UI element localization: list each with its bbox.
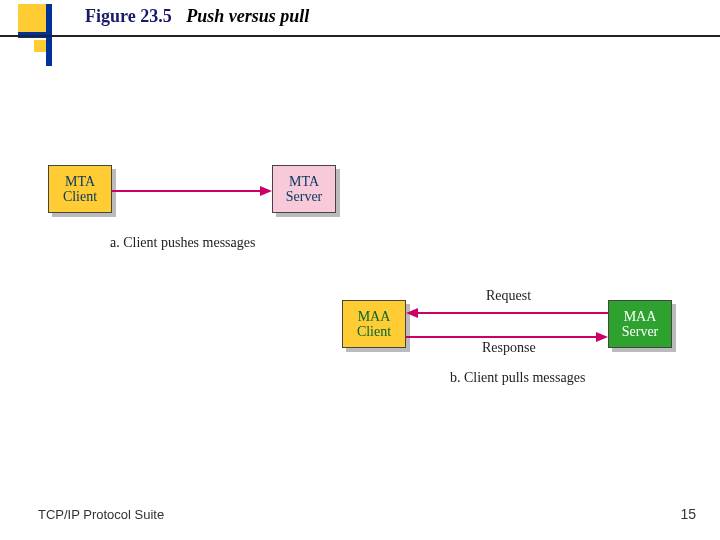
response-label: Response bbox=[482, 340, 536, 356]
svg-marker-3 bbox=[406, 308, 418, 318]
diagram-a-caption: a. Client pushes messages bbox=[110, 235, 255, 251]
mta-client-line2: Client bbox=[63, 189, 97, 204]
page-title: Figure 23.5 Push versus pull bbox=[85, 6, 309, 27]
title-underline bbox=[0, 35, 720, 37]
diagram-b-caption: b. Client pulls messages bbox=[450, 370, 585, 386]
maa-server-line2: Server bbox=[622, 324, 659, 339]
maa-client-line1: MAA bbox=[358, 309, 391, 324]
request-label: Request bbox=[486, 288, 531, 304]
footer-text: TCP/IP Protocol Suite bbox=[38, 507, 164, 522]
mta-server-box: MTA Server bbox=[272, 165, 336, 213]
maa-client-box: MAA Client bbox=[342, 300, 406, 348]
push-arrow-icon bbox=[112, 183, 272, 199]
mta-client-line1: MTA bbox=[65, 174, 95, 189]
page-number: 15 bbox=[680, 506, 696, 522]
mta-server-line2: Server bbox=[286, 189, 323, 204]
figure-caption: Push versus pull bbox=[186, 6, 309, 26]
svg-marker-5 bbox=[596, 332, 608, 342]
maa-server-line1: MAA bbox=[624, 309, 657, 324]
maa-server-box: MAA Server bbox=[608, 300, 672, 348]
request-arrow-icon bbox=[406, 306, 608, 320]
figure-label: Figure 23.5 bbox=[85, 6, 172, 26]
mta-server-line1: MTA bbox=[289, 174, 319, 189]
mta-client-box: MTA Client bbox=[48, 165, 112, 213]
svg-marker-1 bbox=[260, 186, 272, 196]
maa-client-line2: Client bbox=[357, 324, 391, 339]
